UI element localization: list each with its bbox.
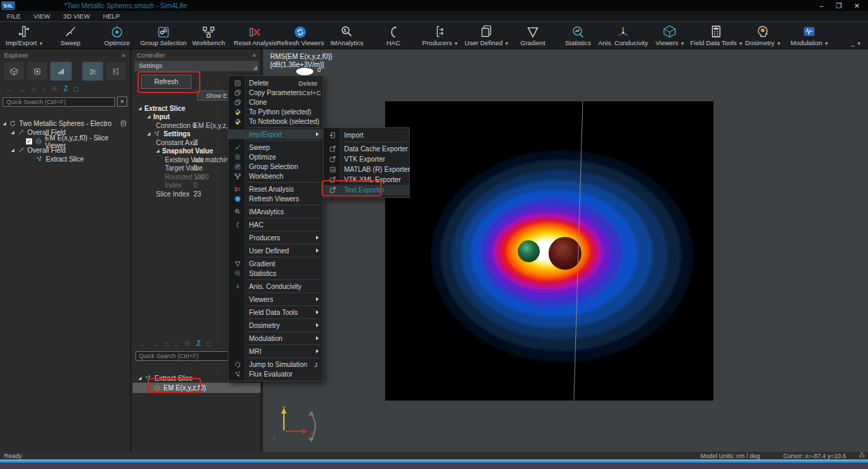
close-button[interactable]: ✕ — [854, 2, 860, 10]
nav-forward-icon[interactable]: → — [18, 85, 26, 93]
expander-icon[interactable] — [11, 149, 14, 152]
toolbar-item-gradient[interactable]: Gradient — [510, 22, 555, 49]
expander-icon[interactable] — [138, 377, 142, 380]
database-icon[interactable] — [120, 120, 127, 127]
toolbar-item-user-defined[interactable]: User Defined — [464, 22, 509, 49]
expander-icon[interactable] — [11, 131, 14, 134]
home-icon[interactable]: ⌂ — [164, 340, 169, 348]
close-icon[interactable] — [121, 51, 126, 59]
z-filter-icon[interactable]: Z — [196, 340, 200, 347]
submenu-item-vtk-xml-exporter[interactable]: VTK XML Exporter — [324, 175, 409, 185]
resize-grip-icon[interactable]: ⁂ — [858, 452, 865, 459]
eye-icon[interactable] — [51, 85, 58, 92]
expander-icon[interactable] — [3, 122, 6, 125]
menu-item-field-data-tools[interactable]: Field Data Tools — [228, 307, 323, 317]
menu-item-modulation[interactable]: Modulation — [228, 333, 323, 343]
view-analysis-button[interactable] — [50, 62, 71, 81]
submenu-item-vtk-exporter[interactable]: VTK Exporter — [324, 154, 409, 164]
menu-item-producers[interactable]: Producers — [228, 233, 323, 242]
clear-search-icon[interactable] — [117, 97, 127, 107]
menu-item-anis-conducivity[interactable]: Anis. Conducivity — [228, 281, 323, 291]
toolbar-item-dosimetry[interactable]: Dosimetry — [740, 22, 785, 49]
toolbar-item-overflow[interactable]: _ — [833, 22, 868, 49]
toolbar-item-group-selection[interactable]: Group Selection — [141, 22, 186, 49]
menu-item-imp-export[interactable]: Imp/Export — [228, 129, 323, 139]
menu-item-flux-evaluator[interactable]: Flux Evaluator — [228, 369, 323, 379]
tree-item-slice-viewer[interactable]: EM E(x,y,z,f0) - Slice Viewer — [0, 137, 130, 146]
nav-back-icon[interactable]: ← — [5, 85, 13, 93]
menu-item-group-selection[interactable]: Group Selection — [228, 162, 323, 171]
minimize-button[interactable]: – — [819, 2, 824, 10]
refresh-button[interactable]: Refresh — [141, 75, 192, 89]
viewport-3d[interactable]: RMS{EM E(x,y,z,f0)} [dB(1.36e+3V/m)] 0 — [263, 49, 868, 452]
toolbar-item-reset-analysis[interactable]: Reset Analysis — [233, 22, 278, 49]
z-filter-icon[interactable]: Z — [64, 85, 68, 92]
menu-item-copy-parameters[interactable]: Copy ParametersCtrl+C — [228, 88, 323, 97]
filter-settings-button[interactable] — [82, 62, 103, 81]
menu-item-viewers[interactable]: Viewers — [228, 294, 323, 304]
toolbar-item-sweep[interactable]: Sweep — [48, 22, 93, 49]
menu-item-to-notebook[interactable]: To Notebook (selected) — [228, 116, 323, 126]
toolbar-item-viewers[interactable]: Viewers — [647, 22, 692, 49]
menu-item-delete[interactable]: DeleteDelete — [228, 78, 323, 88]
submenu-item-data-cache-exporter[interactable]: Data Cache Exporter — [324, 144, 409, 154]
menu-3d-view[interactable]: 3D VIEW — [63, 12, 90, 20]
toolbar-item-optimize[interactable]: Optimize — [94, 22, 140, 49]
nav-forward-icon[interactable]: → — [151, 340, 159, 348]
checkbox-filter-icon[interactable]: ▢ — [73, 86, 79, 92]
menu-item-hac[interactable]: HAC — [228, 220, 323, 229]
toolbar-item-refresh-viewers[interactable]: Refresh Viewers — [278, 22, 323, 49]
menu-item-clone[interactable]: Clone — [228, 97, 323, 107]
eye-icon[interactable] — [183, 340, 191, 347]
expand-down-icon[interactable]: ↓ — [42, 85, 46, 93]
expand-down-icon[interactable]: ↓ — [174, 340, 179, 348]
menu-item-jump-to-simulation[interactable]: Jump to SimulationJ — [228, 359, 323, 369]
menu-item-imanalytics[interactable]: IMAnalytics — [228, 207, 323, 216]
menu-item-refresh-viewers[interactable]: Refresh Viewers — [228, 194, 323, 203]
menu-file[interactable]: FILE — [7, 12, 21, 20]
close-icon[interactable] — [252, 51, 257, 59]
menu-item-sweep[interactable]: Sweep — [228, 142, 323, 152]
tree-item-simulation[interactable]: Two Metallic Spheres - Electro Quasi-Sta… — [0, 119, 130, 128]
menu-item-statistics[interactable]: Statistics — [228, 268, 323, 278]
submenu-item-import[interactable]: Import — [324, 130, 409, 140]
menu-item-to-python[interactable]: To Python (selected) — [228, 107, 323, 116]
view-3d-button[interactable] — [3, 62, 25, 81]
toolbar-item-statistics[interactable]: Statistics — [555, 22, 601, 49]
home-icon[interactable]: ⌂ — [31, 85, 36, 93]
submenu-item-matlab-exporter[interactable]: MATLAB (R) Exporter — [324, 164, 409, 175]
slice-field-view[interactable] — [385, 101, 713, 401]
expander-icon[interactable] — [147, 115, 150, 118]
settings-header[interactable]: Settings — [135, 61, 259, 71]
explorer-search-input[interactable] — [3, 97, 115, 107]
expander-icon[interactable] — [156, 149, 159, 153]
tree-view-button[interactable] — [105, 62, 127, 81]
menu-help[interactable]: HELP — [103, 12, 120, 20]
output-tree-em-field-selected[interactable]: EM E(x,y,z,f0) — [133, 383, 261, 393]
menu-item-reset-analysis[interactable]: Reset Analysis — [228, 184, 323, 194]
expander-icon[interactable] — [138, 107, 142, 110]
nav-back-icon[interactable]: ← — [138, 340, 146, 348]
restore-button[interactable]: ❐ — [836, 2, 842, 10]
toolbar-item-workbench[interactable]: Workbench — [186, 22, 231, 49]
toolbar-item-anis-conducivity[interactable]: Anis. Conducivity — [601, 22, 646, 49]
menu-item-workbench[interactable]: Workbench — [228, 171, 323, 181]
menu-view[interactable]: VIEW — [34, 12, 50, 20]
toolbar-item-field-data-tools[interactable]: Field Data Tools — [694, 22, 739, 49]
toolbar-item-hac[interactable]: HAC — [371, 22, 416, 49]
toolbar-item-modulation[interactable]: Modulation — [787, 22, 832, 49]
view-simulation-button[interactable] — [27, 62, 48, 81]
menu-item-mri[interactable]: MRI — [228, 346, 323, 356]
visibility-checkbox[interactable] — [26, 138, 32, 144]
toolbar-item-imanalytics[interactable]: IMAnalytics — [324, 22, 369, 49]
submenu-item-text-exporter[interactable]: Text Exporter — [324, 185, 409, 195]
menu-item-optimize[interactable]: Optimize — [228, 152, 323, 162]
menu-item-user-defined[interactable]: User Defined — [228, 246, 323, 255]
toolbar-item-imp-export[interactable]: Imp/Export — [1, 22, 47, 49]
checkbox-filter-icon[interactable]: ▢ — [206, 340, 212, 347]
expander-icon[interactable] — [147, 132, 150, 136]
tree-item-extract-slice[interactable]: Extract Slice — [0, 155, 130, 164]
menu-item-gradient[interactable]: Gradient — [228, 259, 323, 268]
menu-item-dosimetry[interactable]: Dosimetry — [228, 320, 323, 330]
toolbar-item-producers[interactable]: Producers — [417, 22, 462, 49]
